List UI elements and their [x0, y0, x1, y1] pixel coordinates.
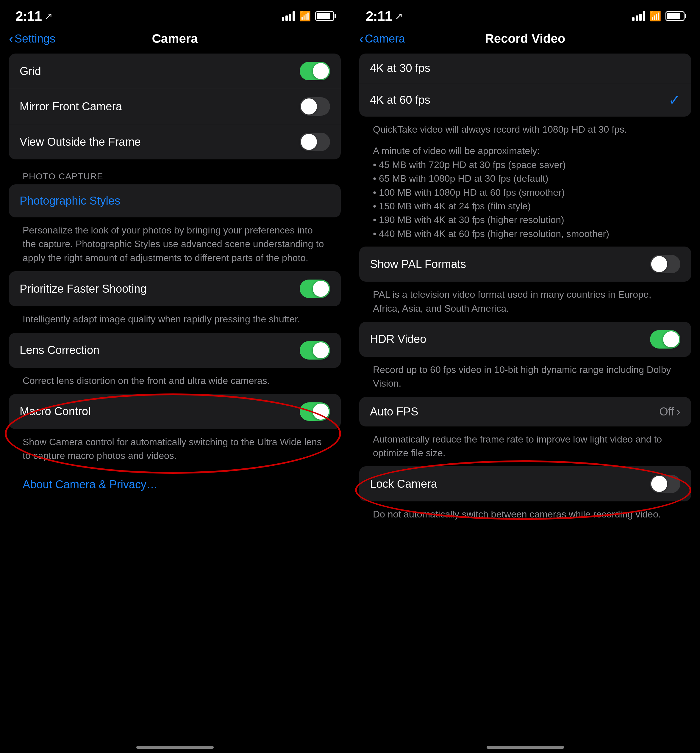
lens-correction-row[interactable]: Lens Correction [9, 333, 341, 368]
view-outside-row[interactable]: View Outside the Frame [9, 124, 341, 159]
signal-right [632, 11, 645, 21]
macro-control-group: Macro Control [9, 394, 341, 429]
status-bar-right: 2:11 ↗ 📶 [350, 0, 700, 27]
4k-60-row[interactable]: 4K at 60 fps ✓ [359, 83, 691, 117]
minute-item-2: • 100 MB with 1080p HD at 60 fps (smooth… [373, 186, 677, 199]
minute-item-4: • 190 MB with 4K at 30 fps (higher resol… [373, 213, 677, 227]
video-quality-group: 4K at 30 fps 4K at 60 fps ✓ [359, 53, 691, 117]
minute-item-3: • 150 MB with 4K at 24 fps (film style) [373, 199, 677, 213]
time-left: 2:11 [16, 8, 42, 24]
minute-item-0: • 45 MB with 720p HD at 30 fps (space sa… [373, 158, 677, 171]
nav-header-left: ‹ Settings Camera [0, 27, 350, 53]
location-icon-right: ↗ [395, 10, 403, 22]
auto-fps-desc: Automatically reduce the frame rate to i… [359, 429, 691, 467]
hdr-toggle[interactable] [650, 330, 680, 349]
pal-toggle[interactable] [650, 255, 680, 273]
about-camera-link[interactable]: About Camera & Privacy… [9, 472, 341, 497]
photo-capture-section: PHOTO CAPTURE [9, 166, 341, 184]
lens-correction-desc: Correct lens distortion on the front and… [9, 371, 341, 394]
battery-left [315, 11, 334, 21]
4k-30-label: 4K at 30 fps [370, 62, 430, 75]
auto-fps-label: Auto FPS [370, 405, 419, 418]
photographic-styles-desc: Personalize the look of your photos by b… [9, 220, 341, 271]
prioritize-row[interactable]: Prioritize Faster Shooting [9, 271, 341, 306]
back-label-left: Settings [14, 33, 55, 45]
minute-item-1: • 65 MB with 1080p HD at 30 fps (default… [373, 171, 677, 185]
pal-row[interactable]: Show PAL Formats [359, 246, 691, 282]
back-button-right[interactable]: ‹ Camera [359, 32, 405, 45]
prioritize-toggle[interactable] [300, 279, 330, 298]
photographic-styles-row[interactable]: Photographic Styles [9, 184, 341, 217]
back-label-right: Camera [365, 33, 405, 45]
prioritize-group: Prioritize Faster Shooting [9, 271, 341, 306]
grid-label: Grid [20, 65, 41, 78]
lock-camera-section: Lock Camera Do not automatically switch … [359, 466, 691, 528]
hdr-label: HDR Video [370, 333, 426, 346]
signal-left [282, 11, 295, 21]
photographic-styles-label: Photographic Styles [20, 195, 120, 207]
lock-camera-desc: Do not automatically switch between came… [359, 504, 691, 528]
status-bar-left: 2:11 ↗ 📶 [0, 0, 350, 27]
lens-correction-group: Lens Correction [9, 333, 341, 368]
macro-control-desc: Show Camera control for automatically sw… [9, 432, 341, 469]
auto-fps-arrow: › [677, 405, 680, 418]
nav-header-right: ‹ Camera Record Video [350, 27, 700, 53]
lock-camera-row[interactable]: Lock Camera [359, 466, 691, 501]
left-panel: 2:11 ↗ 📶 ‹ Settings Camera [0, 0, 350, 753]
home-indicator-left [0, 735, 350, 753]
lock-camera-group: Lock Camera [359, 466, 691, 501]
mirror-front-toggle[interactable] [300, 97, 330, 116]
wifi-icon-right: 📶 [649, 10, 661, 22]
auto-fps-value: Off › [659, 405, 680, 418]
lock-camera-label: Lock Camera [370, 478, 437, 490]
auto-fps-group: Auto FPS Off › [359, 397, 691, 426]
mirror-front-row[interactable]: Mirror Front Camera [9, 89, 341, 124]
right-panel: 2:11 ↗ 📶 ‹ Camera Record Video [350, 0, 700, 753]
pal-label: Show PAL Formats [370, 258, 466, 271]
quicktake-note: QuickTake video will always record with … [359, 120, 691, 143]
macro-control-label: Macro Control [20, 405, 91, 418]
auto-fps-row[interactable]: Auto FPS Off › [359, 397, 691, 426]
lens-correction-toggle[interactable] [300, 341, 330, 360]
mirror-front-label: Mirror Front Camera [20, 100, 122, 113]
prioritize-label: Prioritize Faster Shooting [20, 282, 147, 295]
macro-control-row[interactable]: Macro Control [9, 394, 341, 429]
top-settings-group: Grid Mirror Front Camera View Outside th… [9, 53, 341, 159]
right-content: 4K at 30 fps 4K at 60 fps ✓ QuickTake vi… [350, 53, 700, 735]
status-icons-left: 📶 [282, 10, 334, 22]
home-indicator-right [350, 735, 700, 753]
page-title-left: Camera [152, 31, 198, 46]
grid-toggle[interactable] [300, 62, 330, 80]
pal-desc: PAL is a television video format used in… [359, 285, 691, 322]
hdr-row[interactable]: HDR Video [359, 322, 691, 357]
macro-control-toggle[interactable] [300, 402, 330, 421]
pal-group: Show PAL Formats [359, 246, 691, 282]
4k-60-label: 4K at 60 fps [370, 94, 430, 106]
right-scroll: 4K at 30 fps 4K at 60 fps ✓ QuickTake vi… [350, 53, 700, 528]
time-right: 2:11 [366, 8, 392, 24]
minute-item-5: • 440 MB with 4K at 60 fps (higher resol… [373, 227, 677, 241]
back-button-left[interactable]: ‹ Settings [9, 32, 55, 45]
minute-note: A minute of video will be approximately:… [359, 143, 691, 246]
lock-camera-toggle[interactable] [650, 475, 680, 493]
page-title-right: Record Video [485, 31, 566, 46]
left-scroll: Grid Mirror Front Camera View Outside th… [0, 53, 350, 497]
hdr-desc: Record up to 60 fps video in 10-bit high… [359, 360, 691, 397]
left-content: Grid Mirror Front Camera View Outside th… [0, 53, 350, 735]
prioritize-desc: Intelligently adapt image quality when r… [9, 309, 341, 332]
4k-60-checkmark: ✓ [669, 92, 680, 108]
photographic-styles-group: Photographic Styles [9, 184, 341, 217]
hdr-group: HDR Video [359, 322, 691, 357]
4k-30-row[interactable]: 4K at 30 fps [359, 53, 691, 83]
status-icons-right: 📶 [632, 10, 684, 22]
wifi-icon-left: 📶 [299, 10, 311, 22]
lens-correction-label: Lens Correction [20, 344, 99, 357]
location-icon-left: ↗ [45, 10, 53, 22]
view-outside-label: View Outside the Frame [20, 136, 141, 148]
grid-row[interactable]: Grid [9, 53, 341, 89]
view-outside-toggle[interactable] [300, 133, 330, 151]
battery-right [666, 11, 684, 21]
